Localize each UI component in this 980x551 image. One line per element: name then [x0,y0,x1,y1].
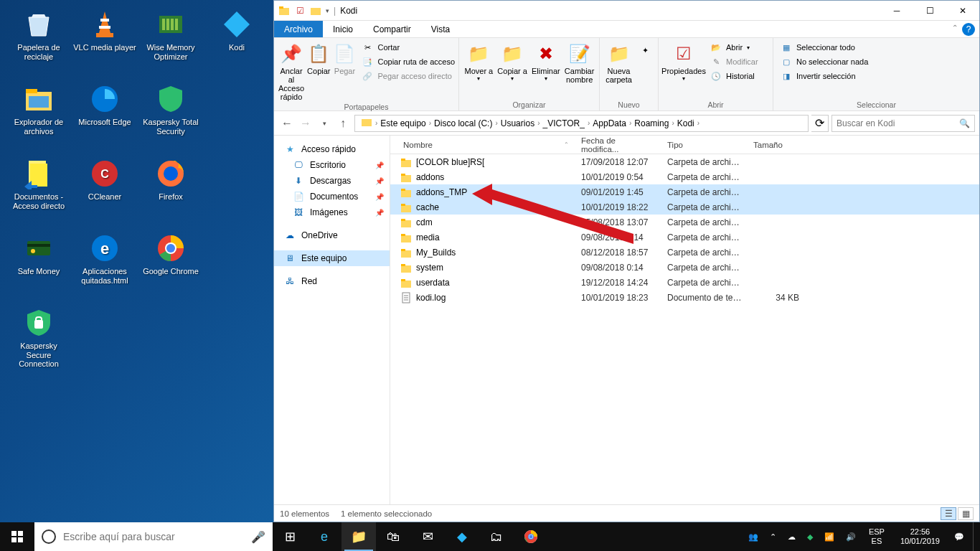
close-button[interactable]: ✕ [946,1,979,21]
nav-pictures[interactable]: 🖼Imágenes📌 [274,204,390,220]
nav-network[interactable]: 🖧Red [274,273,390,289]
nav-quick-access[interactable]: ★Acceso rápido [274,141,390,157]
up-button[interactable]: ↑ [334,115,352,132]
nav-this-pc[interactable]: 🖥Este equipo [274,250,390,266]
tray-up-icon[interactable]: ⌃ [767,532,779,542]
nav-downloads[interactable]: ⬇Descargas📌 [274,173,390,189]
file-row[interactable]: cdm15/08/2018 13:07Carpeta de archivos [390,215,979,230]
ribbon-collapse-icon[interactable]: ⌃ [952,24,958,32]
taskbar-search-input[interactable] [63,531,244,542]
titlebar[interactable]: ☑ ▾ | Kodi ─ ☐ ✕ [274,1,979,21]
tab-vista[interactable]: Vista [421,21,460,37]
copy-to-button[interactable]: 📁Copiar a▾ [497,41,528,82]
search-icon[interactable]: 🔍 [959,118,970,128]
file-row[interactable]: addons10/01/2019 0:54Carpeta de archivos [390,169,979,184]
taskbar-store[interactable]: 🛍 [376,522,410,551]
breadcrumb-root-icon[interactable] [358,116,375,130]
help-icon[interactable]: ? [962,23,975,36]
desktop-icon-docshortcut[interactable]: Documentos - Acceso directo [6,155,72,227]
recent-button[interactable]: ▾ [316,115,333,132]
cut-button[interactable]: ✂Cortar [359,41,458,54]
desktop-icon-kodi[interactable]: Kodi [204,6,270,77]
mic-icon[interactable]: 🎤 [251,530,265,544]
minimize-button[interactable]: ─ [880,1,913,21]
breadcrumb-item[interactable]: Disco local (C:) [431,118,495,128]
invert-selection-button[interactable]: ◨Invertir selección [778,70,871,83]
desktop-icon-wise[interactable]: Wise Memory Optimizer [138,6,204,77]
desktop-icon-chrome[interactable]: Google Chrome [138,230,204,301]
tab-inicio[interactable]: Inicio [323,21,363,37]
desktop-icon-kaspersky[interactable]: Kaspersky Total Security [138,80,204,152]
col-name[interactable]: Nombre ⌃ [390,141,575,149]
taskbar-mail[interactable]: ✉ [410,522,445,551]
nav-desktop[interactable]: 🖵Escritorio📌 [274,157,390,173]
taskbar-app[interactable]: 🗂 [479,522,514,551]
desktop-icon-edgefile[interactable]: eAplicaciones quitadas.html [72,230,138,301]
tab-compartir[interactable]: Compartir [363,21,421,37]
file-row[interactable]: media09/08/2018 0:14Carpeta de archivos [390,230,979,245]
tray-kaspersky-icon[interactable]: ◆ [804,532,816,542]
breadcrumb-item[interactable]: Usuarios [498,118,537,128]
start-button[interactable] [0,522,34,551]
view-large-button[interactable]: ▦ [958,507,974,520]
file-row[interactable]: cache10/01/2019 18:22Carpeta de archivos [390,199,979,215]
search-input[interactable] [837,118,959,128]
maximize-button[interactable]: ☐ [913,1,946,21]
nav-documents[interactable]: 📄Documentos📌 [274,189,390,204]
desktop-icon-safemoney[interactable]: Safe Money [6,230,72,301]
new-item-button[interactable]: ✦ [636,44,654,57]
taskbar-edge[interactable]: e [307,522,341,551]
copy-path-button[interactable]: 📑Copiar ruta de acceso [359,55,458,68]
move-to-button[interactable]: 📁Mover a▾ [463,41,494,82]
nav-onedrive[interactable]: ☁OneDrive [274,227,390,243]
col-date[interactable]: Fecha de modifica... [575,136,661,154]
paste-button[interactable]: 📄 Pegar [333,41,356,75]
tab-archivo[interactable]: Archivo [274,21,323,37]
desktop-icon-explorer[interactable]: Explorador de archivos [6,80,72,152]
edit-button[interactable]: ✎Modificar [707,55,761,68]
desktop-icon-ccleaner[interactable]: CCCleaner [72,155,138,227]
taskbar-explorer[interactable]: 📁 [341,522,376,551]
copy-button[interactable]: 📋 Copiar [307,41,330,75]
col-type[interactable]: Tipo [661,141,748,149]
tray-people-icon[interactable]: 👥 [745,532,761,542]
desktop-icon-edge[interactable]: Microsoft Edge [72,80,138,152]
breadcrumb-item[interactable]: Roaming [631,118,672,128]
new-folder-button[interactable]: 📁Nueva carpeta [604,41,633,84]
delete-button[interactable]: ✖Eliminar▾ [531,41,562,82]
tray-notifications-icon[interactable]: 💬 [951,532,967,542]
taskbar-kodi[interactable]: ◆ [445,522,479,551]
select-none-button[interactable]: ▢No seleccionar nada [778,55,871,68]
forward-button[interactable]: → [297,115,314,132]
breadcrumb-item[interactable]: Kodi [674,118,697,128]
breadcrumb[interactable]: › Este equipo›Disco local (C:)›Usuarios›… [354,115,809,132]
desktop-icon-vlc[interactable]: VLC media player [72,6,138,77]
show-desktop-button[interactable] [973,522,977,551]
col-size[interactable]: Tamaño [748,141,805,149]
qat-dropdown-icon[interactable]: ▾ [326,7,329,14]
select-all-button[interactable]: ▦Seleccionar todo [778,41,871,54]
paste-shortcut-button[interactable]: 🔗Pegar acceso directo [359,70,458,83]
properties-button[interactable]: ☑Propiedades▾ [663,41,705,82]
file-row[interactable]: [COLOR blue]RS[17/09/2018 12:07Carpeta d… [390,154,979,169]
tray-clock[interactable]: 22:5610/01/2019 [895,527,946,546]
file-row[interactable]: userdata19/12/2018 14:24Carpeta de archi… [390,275,979,290]
taskbar-search[interactable]: 🎤 [34,522,273,551]
history-button[interactable]: 🕓Historial [707,70,761,83]
breadcrumb-item[interactable]: _VICTOR_ [540,118,587,128]
task-view-button[interactable]: ⊞ [273,522,307,551]
view-details-button[interactable]: ☰ [941,507,956,520]
tray-wifi-icon[interactable]: 📶 [821,532,837,542]
breadcrumb-item[interactable]: Este equipo [377,118,428,128]
back-button[interactable]: ← [278,115,296,132]
pin-quickaccess-button[interactable]: 📌 Anclar al Acceso rápido [278,41,304,101]
file-row[interactable]: addons_TMP09/01/2019 1:45Carpeta de arch… [390,184,979,199]
open-button[interactable]: 📂Abrir ▾ [707,41,761,54]
qat-newfolder-icon[interactable] [310,5,321,17]
rename-button[interactable]: 📝Cambiar nombre [564,41,595,84]
file-row[interactable]: My_Builds08/12/2018 18:57Carpeta de arch… [390,245,979,260]
search-box[interactable]: 🔍 [831,115,975,132]
qat-properties-icon[interactable]: ☑ [294,5,306,17]
refresh-button[interactable]: ⟳ [811,115,829,132]
file-row[interactable]: system09/08/2018 0:14Carpeta de archivos [390,260,979,275]
